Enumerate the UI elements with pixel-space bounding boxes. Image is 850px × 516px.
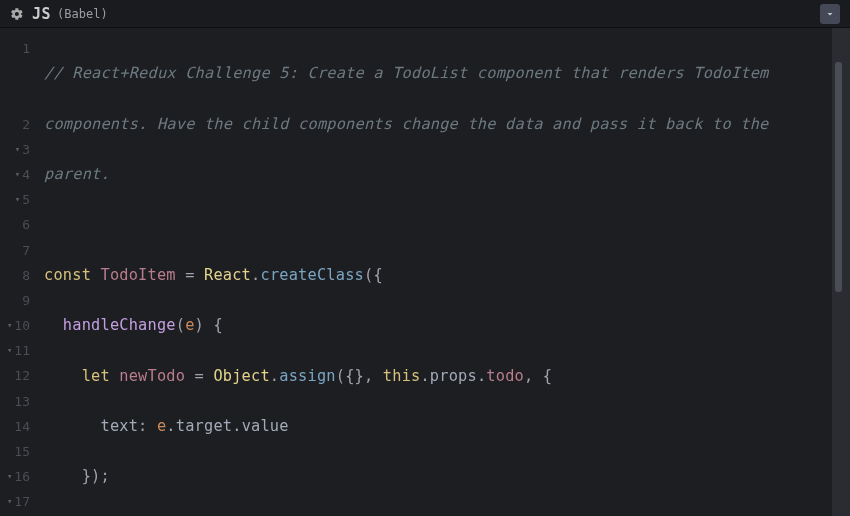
code-text: :	[138, 417, 157, 435]
line-number: 14	[0, 414, 34, 439]
line-number: ▾3	[0, 137, 34, 162]
line-number: 12	[0, 363, 34, 388]
code-text: text	[100, 417, 138, 435]
line-number: ▾10	[0, 313, 34, 338]
code-area[interactable]: // React+Redux Challenge 5: Create a Tod…	[34, 28, 850, 516]
code-text: this	[383, 367, 421, 385]
code-text: const	[44, 266, 100, 284]
code-text: ) {	[195, 316, 223, 334]
code-text: components. Have the child components ch…	[44, 115, 769, 133]
code-text: .	[270, 367, 279, 385]
line-number	[0, 86, 34, 111]
fold-icon[interactable]: ▾	[12, 162, 20, 187]
line-number: ▾16	[0, 464, 34, 489]
code-text: TodoItem	[100, 266, 175, 284]
code-text: let	[82, 367, 120, 385]
gear-icon[interactable]	[10, 7, 24, 21]
code-text: ({},	[336, 367, 383, 385]
preprocessor-label: (Babel)	[57, 7, 108, 21]
line-number: 9	[0, 288, 34, 313]
code-text: (	[176, 316, 185, 334]
code-text: handleChange	[63, 316, 176, 334]
line-gutter: 12▾3▾4▾56789▾10▾1112131415▾16▾171819	[0, 28, 34, 516]
code-text: newTodo	[119, 367, 185, 385]
line-number: 7	[0, 238, 34, 263]
code-text: =	[176, 266, 204, 284]
code-text: .target.value	[166, 417, 288, 435]
line-number	[0, 61, 34, 86]
fold-icon[interactable]: ▾	[4, 313, 12, 338]
chevron-down-icon	[824, 8, 836, 20]
code-text: =	[185, 367, 213, 385]
line-number: ▾5	[0, 187, 34, 212]
fold-icon[interactable]: ▾	[4, 489, 12, 514]
fold-icon[interactable]: ▾	[4, 338, 12, 363]
fold-icon[interactable]: ▾	[12, 137, 20, 162]
code-text: e	[185, 316, 194, 334]
code-text: // React+Redux Challenge 5: Create a Tod…	[44, 64, 769, 82]
line-number: 6	[0, 212, 34, 237]
line-number: ▾4	[0, 162, 34, 187]
code-text: Object	[213, 367, 269, 385]
code-text: createClass	[260, 266, 364, 284]
code-editor[interactable]: 12▾3▾4▾56789▾10▾1112131415▾16▾171819 // …	[0, 28, 850, 516]
line-number: ▾17	[0, 489, 34, 514]
line-number: 8	[0, 263, 34, 288]
code-text: .props.	[420, 367, 486, 385]
line-number: 1	[0, 36, 34, 61]
code-text: ({	[364, 266, 383, 284]
fold-icon[interactable]: ▾	[4, 464, 12, 489]
code-text: assign	[279, 367, 335, 385]
code-text: , {	[524, 367, 552, 385]
panel-header: JS (Babel)	[0, 0, 850, 28]
code-text: todo	[486, 367, 524, 385]
fold-icon[interactable]: ▾	[12, 187, 20, 212]
line-number: 15	[0, 439, 34, 464]
expand-button[interactable]	[820, 4, 840, 24]
line-number: ▾11	[0, 338, 34, 363]
line-number: 13	[0, 389, 34, 414]
line-number: 2	[0, 112, 34, 137]
code-text: React	[204, 266, 251, 284]
code-text: });	[82, 467, 110, 485]
code-text: parent.	[44, 165, 110, 183]
language-label: JS	[32, 5, 51, 23]
scrollbar-thumb[interactable]	[835, 62, 842, 292]
code-text: e	[157, 417, 166, 435]
